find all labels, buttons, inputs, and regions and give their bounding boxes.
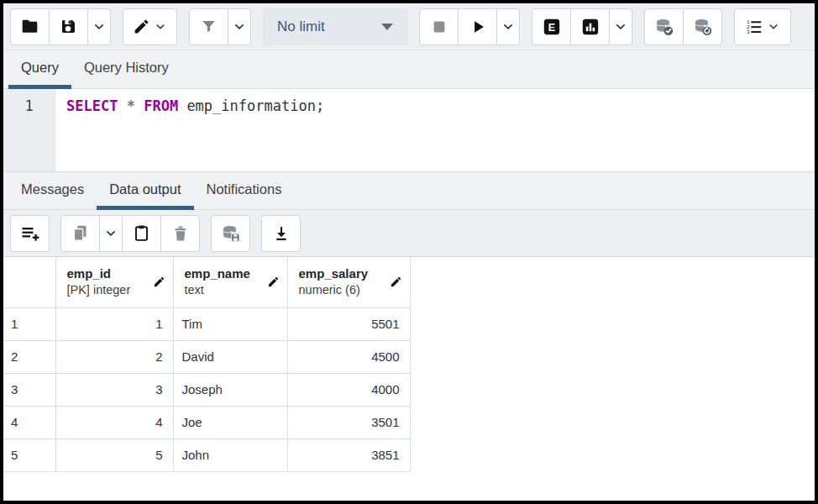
paste-icon	[132, 223, 151, 243]
column-header-emp-id[interactable]: emp_id [PK] integer	[55, 257, 173, 307]
macro-button-group: 123	[734, 8, 791, 45]
editor-tabbar: Query Query History	[3, 50, 815, 89]
edit-menu-button[interactable]	[123, 8, 177, 45]
stop-icon	[430, 18, 448, 36]
filter-button[interactable]	[189, 8, 228, 45]
open-file-button[interactable]	[10, 8, 50, 45]
column-type: numeric (6)	[299, 282, 369, 299]
copy-icon	[71, 223, 90, 243]
execute-options-button[interactable]	[496, 8, 520, 45]
filter-options-button[interactable]	[228, 8, 251, 45]
cell-emp-salary[interactable]: 5501	[287, 307, 410, 340]
sql-identifier: emp_information;	[186, 97, 324, 114]
execute-button[interactable]	[458, 8, 497, 45]
grid-corner-cell[interactable]	[3, 257, 55, 307]
save-data-button[interactable]	[211, 215, 250, 252]
chevron-down-icon	[103, 226, 118, 241]
cell-emp-name[interactable]: David	[173, 340, 287, 373]
sql-keyword: SELECT	[66, 97, 118, 114]
pencil-icon	[133, 18, 150, 35]
copy-options-button[interactable]	[99, 215, 123, 252]
sql-keyword: FROM	[144, 97, 178, 114]
explain-button-group: E	[532, 8, 632, 45]
cell-emp-salary[interactable]: 3501	[287, 406, 410, 438]
edit-column-pencil-icon[interactable]	[390, 276, 402, 288]
database-check-icon	[654, 17, 674, 37]
download-button[interactable]	[261, 215, 301, 252]
explain-analyze-button[interactable]	[570, 8, 610, 45]
sql-code-area[interactable]: SELECT * FROM emp_information;	[55, 89, 815, 171]
row-limit-select[interactable]: No limit	[263, 8, 407, 45]
trash-icon	[171, 224, 190, 243]
row-number-cell[interactable]: 1	[3, 307, 55, 340]
execute-button-group	[419, 8, 520, 45]
cell-emp-id[interactable]: 3	[55, 373, 173, 406]
cell-emp-salary[interactable]: 3851	[287, 438, 410, 471]
copy-button[interactable]	[60, 215, 100, 252]
row-number-cell[interactable]: 2	[3, 340, 55, 373]
paste-button[interactable]	[122, 215, 161, 252]
grid-row: 1 1 Tim 5501	[3, 307, 410, 340]
cell-emp-name[interactable]: John	[173, 438, 287, 471]
macros-button[interactable]: 123	[734, 8, 791, 45]
svg-text:E: E	[548, 21, 554, 33]
row-number-cell[interactable]: 3	[3, 373, 55, 406]
stop-button[interactable]	[419, 8, 459, 45]
column-type: [PK] integer	[67, 282, 131, 299]
tab-data-output[interactable]: Data output	[97, 172, 193, 210]
add-row-icon	[20, 223, 40, 244]
cell-emp-name[interactable]: Joe	[173, 406, 287, 438]
results-grid-area: emp_id [PK] integer emp_name text	[3, 257, 815, 501]
tab-notifications[interactable]: Notifications	[194, 172, 295, 210]
cell-emp-id[interactable]: 1	[55, 307, 173, 340]
line-number-gutter: 1	[3, 89, 55, 171]
grid-row: 2 2 David 4500	[3, 340, 410, 373]
cell-emp-salary[interactable]: 4500	[287, 340, 410, 373]
cell-emp-name[interactable]: Tim	[173, 307, 287, 340]
cell-emp-id[interactable]: 2	[55, 340, 173, 373]
main-toolbar: No limit E	[3, 3, 815, 50]
add-row-button[interactable]	[10, 215, 50, 252]
save-options-button[interactable]	[87, 8, 111, 45]
commit-button[interactable]	[644, 8, 684, 45]
rollback-button[interactable]	[683, 8, 722, 45]
numbered-list-icon: 123	[745, 18, 763, 36]
edit-button-group	[123, 8, 177, 45]
edit-column-pencil-icon[interactable]	[153, 276, 165, 288]
download-icon	[272, 224, 291, 243]
chevron-down-icon	[501, 19, 516, 34]
add-row-group	[10, 215, 50, 252]
cell-emp-id[interactable]: 4	[55, 406, 173, 438]
chevron-down-icon	[92, 19, 107, 34]
delete-button[interactable]	[160, 215, 200, 252]
column-type: text	[185, 282, 250, 299]
save-button[interactable]	[49, 8, 88, 45]
play-icon	[469, 18, 487, 36]
query-tool-window: No limit E	[0, 0, 818, 504]
row-number-cell[interactable]: 4	[3, 406, 55, 438]
edit-column-pencil-icon[interactable]	[267, 276, 280, 288]
explain-button[interactable]: E	[532, 8, 571, 45]
column-header-emp-salary[interactable]: emp_salary numeric (6)	[287, 257, 410, 307]
file-button-group	[10, 8, 111, 45]
tab-data-output-label: Data output	[109, 181, 181, 197]
database-rollback-icon	[693, 17, 713, 37]
cell-emp-name[interactable]: Joseph	[173, 373, 287, 406]
svg-text:3: 3	[747, 29, 749, 34]
results-grid: emp_id [PK] integer emp_name text	[3, 257, 411, 472]
explain-options-button[interactable]	[609, 8, 632, 45]
output-tabbar: Messages Data output Notifications	[3, 171, 815, 210]
row-limit-value: No limit	[277, 18, 325, 35]
data-output-toolbar	[3, 210, 815, 257]
row-number-cell[interactable]: 5	[3, 438, 55, 471]
column-name: emp_id	[67, 265, 131, 282]
tab-messages[interactable]: Messages	[8, 172, 97, 210]
tab-query-history[interactable]: Query History	[71, 50, 181, 89]
cell-emp-salary[interactable]: 4000	[287, 373, 410, 406]
sql-editor: 1 SELECT * FROM emp_information;	[3, 89, 815, 171]
cell-emp-id[interactable]: 5	[55, 438, 173, 471]
column-name: emp_name	[185, 265, 250, 282]
grid-header-row: emp_id [PK] integer emp_name text	[3, 257, 410, 307]
tab-query[interactable]: Query	[8, 50, 71, 89]
column-header-emp-name[interactable]: emp_name text	[173, 257, 287, 307]
